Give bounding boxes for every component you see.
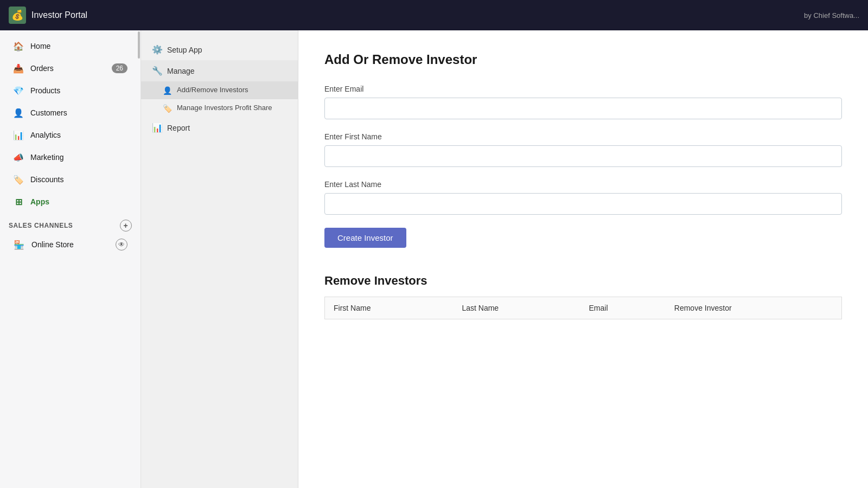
remove-section-title: Remove Investors — [324, 274, 842, 288]
sub-nav-add-remove-investors[interactable]: 👤 Add/Remove Investors — [141, 81, 298, 99]
orders-badge: 26 — [112, 63, 127, 73]
first-name-label: Enter First Name — [324, 132, 842, 141]
sidebar-item-marketing[interactable]: 📣 Marketing — [4, 146, 136, 168]
sidebar-label-orders: Orders — [30, 64, 54, 73]
sub-nav-setup-app[interactable]: ⚙️ Setup App — [141, 39, 298, 60]
create-investor-button[interactable]: Create Investor — [324, 228, 406, 248]
col-remove-investor: Remove Investor — [666, 297, 842, 319]
app-name: Investor Portal — [31, 10, 87, 20]
products-icon: 💎 — [13, 85, 24, 96]
first-name-input[interactable] — [324, 145, 842, 167]
last-name-input[interactable] — [324, 193, 842, 215]
report-label: Report — [167, 124, 190, 132]
last-name-label: Enter Last Name — [324, 180, 842, 189]
sidebar-item-customers[interactable]: 👤 Customers — [4, 102, 136, 124]
table-header-row: First Name Last Name Email Remove Invest… — [325, 297, 842, 319]
apps-icon: ⊞ — [13, 196, 24, 207]
sidebar-label-products: Products — [30, 86, 60, 95]
sub-nav-manage[interactable]: 🔧 Manage — [141, 60, 298, 81]
logo-icon: 💰 — [9, 7, 26, 24]
sidebar-item-home[interactable]: 🏠 Home — [4, 35, 136, 57]
sidebar-scrollbar-track[interactable] — [137, 30, 141, 488]
add-remove-icon: 👤 — [163, 86, 171, 95]
sidebar-scrollbar-thumb — [138, 31, 140, 59]
sidebar-nav: 🏠 Home 📥 Orders 26 💎 Products 👤 Customer… — [0, 30, 141, 260]
sidebar-item-products[interactable]: 💎 Products — [4, 80, 136, 101]
sidebar-item-analytics[interactable]: 📊 Analytics — [4, 124, 136, 146]
investors-table-head: First Name Last Name Email Remove Invest… — [325, 297, 842, 319]
sidebar-item-apps[interactable]: ⊞ Apps — [4, 191, 136, 213]
sidebar-label-discounts: Discounts — [30, 175, 63, 184]
manage-icon: 🔧 — [152, 66, 162, 76]
email-label: Enter Email — [324, 85, 842, 93]
sales-channels-section: SALES CHANNELS + — [0, 213, 141, 234]
add-remove-section-title: Add Or Remove Investor — [324, 52, 842, 67]
customers-icon: 👤 — [13, 107, 24, 118]
sidebar-label-customers: Customers — [30, 108, 67, 117]
sidebar-label-marketing: Marketing — [30, 153, 63, 162]
sidebar-label-home: Home — [30, 42, 50, 50]
last-name-form-group: Enter Last Name — [324, 180, 842, 215]
first-name-form-group: Enter First Name — [324, 132, 842, 167]
home-icon: 🏠 — [13, 41, 24, 52]
sidebar-item-discounts[interactable]: 🏷️ Discounts — [4, 169, 136, 190]
col-email: Email — [580, 297, 665, 319]
sidebar-label-apps: Apps — [30, 197, 49, 206]
add-remove-label: Add/Remove Investors — [177, 86, 248, 94]
analytics-icon: 📊 — [13, 130, 24, 140]
manage-label: Manage — [167, 67, 195, 75]
profit-share-icon: 🏷️ — [163, 104, 171, 113]
sub-nav: ⚙️ Setup App 🔧 Manage 👤 Add/Remove Inves… — [141, 30, 298, 488]
setup-app-icon: ⚙️ — [152, 44, 162, 55]
sales-channels-label: SALES CHANNELS — [9, 222, 73, 229]
email-input[interactable] — [324, 98, 842, 119]
report-icon: 📊 — [152, 123, 162, 133]
profit-share-label: Manage Investors Profit Share — [177, 104, 272, 112]
email-form-group: Enter Email — [324, 85, 842, 119]
app-header: 💰 Investor Portal by Chief Softwa... — [0, 0, 868, 30]
sub-nav-manage-profit-share[interactable]: 🏷️ Manage Investors Profit Share — [141, 99, 298, 117]
main-layout: 🏠 Home 📥 Orders 26 💎 Products 👤 Customer… — [0, 30, 868, 488]
setup-app-label: Setup App — [167, 46, 202, 54]
main-content: Add Or Remove Investor Enter Email Enter… — [298, 30, 868, 488]
sidebar-item-online-store[interactable]: 🏪 Online Store 👁 — [4, 234, 136, 255]
col-first-name: First Name — [325, 297, 454, 319]
col-last-name: Last Name — [453, 297, 580, 319]
sub-nav-report[interactable]: 📊 Report — [141, 117, 298, 138]
orders-icon: 📥 — [13, 63, 24, 74]
app-by-text: by Chief Softwa... — [804, 11, 859, 20]
sidebar: 🏠 Home 📥 Orders 26 💎 Products 👤 Customer… — [0, 30, 141, 488]
app-logo: 💰 Investor Portal — [9, 7, 87, 24]
online-store-label: Online Store — [31, 240, 74, 249]
sidebar-label-analytics: Analytics — [30, 131, 61, 139]
add-sales-channel-button[interactable]: + — [120, 220, 132, 232]
online-store-eye-icon[interactable]: 👁 — [116, 239, 127, 251]
marketing-icon: 📣 — [13, 152, 24, 163]
discounts-icon: 🏷️ — [13, 174, 24, 185]
sidebar-item-orders[interactable]: 📥 Orders 26 — [4, 57, 136, 79]
store-icon: 🏪 — [13, 239, 25, 251]
investors-table: First Name Last Name Email Remove Invest… — [324, 297, 842, 319]
